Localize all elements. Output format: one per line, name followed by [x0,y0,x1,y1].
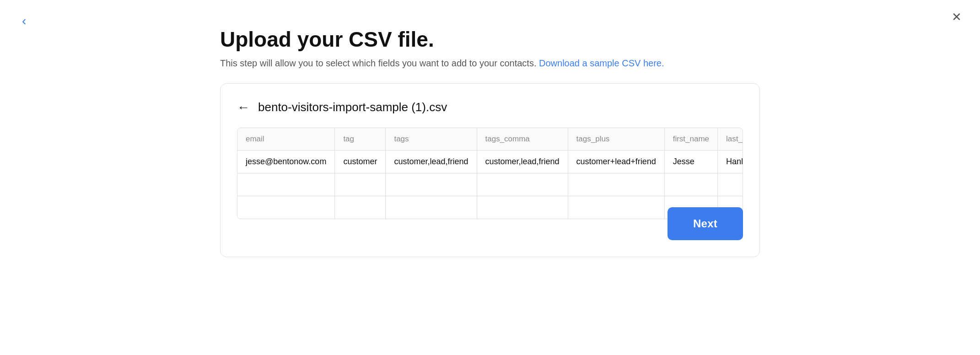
table-row-empty [237,173,743,196]
td-tags: customer,lead,friend [386,150,477,173]
csv-table: email tag tags tags_comma tags_plus firs… [237,128,743,219]
td-empty-tags-plus [568,173,664,196]
td-last-name: Hanley [718,150,743,173]
td-empty2-email [237,196,335,219]
td-empty-tag [335,173,386,196]
td-tag: customer [335,150,386,173]
td-tags-comma: customer,lead,friend [477,150,568,173]
td-empty2-tag [335,196,386,219]
td-empty-tags [386,173,477,196]
table-row: jesse@bentonow.com customer customer,lea… [237,150,743,173]
td-empty-tags-comma [477,173,568,196]
upload-card: ← bento-visitors-import-sample (1).csv e… [220,83,760,257]
th-tags-plus: tags_plus [568,128,664,151]
td-first-name: Jesse [664,150,717,173]
td-empty2-tags [386,196,477,219]
table-header-row: email tag tags tags_comma tags_plus firs… [237,128,743,151]
close-button[interactable]: ✕ [952,11,962,23]
csv-table-wrapper: email tag tags tags_comma tags_plus firs… [237,128,743,219]
td-empty2-tags-plus [568,196,664,219]
th-email: email [237,128,335,151]
th-tag: tag [335,128,386,151]
file-name: bento-visitors-import-sample (1).csv [258,100,447,114]
td-empty-last [718,173,743,196]
back-button[interactable]: ‹ [18,13,30,29]
th-tags: tags [386,128,477,151]
td-email: jesse@bentonow.com [237,150,335,173]
next-button[interactable]: Next [668,207,743,240]
td-empty2-tags-comma [477,196,568,219]
file-back-arrow-icon[interactable]: ← [237,100,250,115]
td-empty-email [237,173,335,196]
page-subtitle: This step will allow you to select which… [220,58,760,69]
th-first-name: first_name [664,128,717,151]
subtitle-text: This step will allow you to select which… [220,58,536,68]
td-tags-plus: customer+lead+friend [568,150,664,173]
file-header: ← bento-visitors-import-sample (1).csv [237,100,743,115]
page-title: Upload your CSV file. [220,27,760,52]
th-last-name: last_name [718,128,743,151]
td-empty-first [664,173,717,196]
main-content: Upload your CSV file. This step will all… [220,27,760,257]
th-tags-comma: tags_comma [477,128,568,151]
download-link[interactable]: Download a sample CSV here. [539,58,664,68]
